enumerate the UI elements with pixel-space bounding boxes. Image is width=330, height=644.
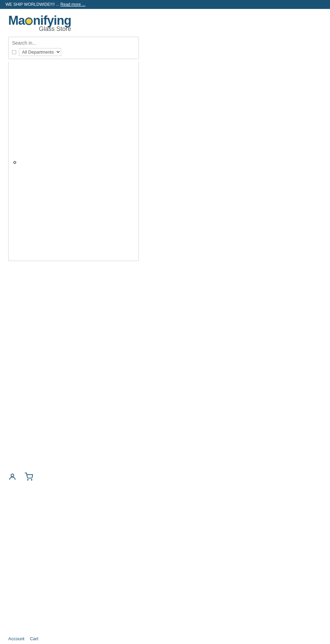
announcement-text: WE SHIP WORLDWIDE!!!! ... bbox=[6, 2, 59, 7]
department-row: All Departments bbox=[12, 48, 135, 56]
person-icon bbox=[8, 473, 16, 481]
department-checkbox[interactable] bbox=[12, 50, 16, 54]
middle-content-area bbox=[0, 261, 330, 467]
department-select[interactable]: All Departments bbox=[19, 48, 61, 56]
account-icon-button[interactable] bbox=[8, 473, 16, 481]
content-spacer bbox=[0, 486, 330, 631]
account-cart-links: Account Cart bbox=[8, 636, 322, 641]
search-input[interactable] bbox=[12, 40, 135, 46]
search-section: All Departments bbox=[0, 35, 330, 62]
cart-icon bbox=[25, 473, 33, 481]
account-link[interactable]: Account bbox=[8, 636, 24, 641]
svg-point-1 bbox=[28, 479, 28, 480]
search-dropdown-panel: ⚬ bbox=[8, 62, 139, 261]
header: Manifying Glass Store bbox=[0, 9, 330, 35]
bottom-section: Account Cart Magnifying glass Categories… bbox=[0, 631, 330, 644]
logo-lens-icon bbox=[25, 18, 33, 25]
svg-point-0 bbox=[11, 474, 14, 477]
svg-point-2 bbox=[31, 479, 32, 480]
cart-link[interactable]: Cart bbox=[30, 636, 38, 641]
search-icon: ⚬ bbox=[11, 158, 18, 168]
logo-block: Manifying Glass Store bbox=[8, 14, 71, 33]
logo[interactable]: Manifying Glass Store bbox=[8, 14, 71, 33]
logo-line1: Manifying bbox=[8, 14, 71, 27]
cart-icon-button[interactable] bbox=[25, 473, 33, 481]
search-container: All Departments bbox=[8, 37, 139, 59]
announcement-bar: WE SHIP WORLDWIDE!!!! ... Read more ... bbox=[0, 0, 330, 9]
icons-row bbox=[0, 467, 330, 486]
read-more-link[interactable]: Read more ... bbox=[60, 2, 86, 7]
logo-line2: Glass Store bbox=[8, 25, 71, 33]
